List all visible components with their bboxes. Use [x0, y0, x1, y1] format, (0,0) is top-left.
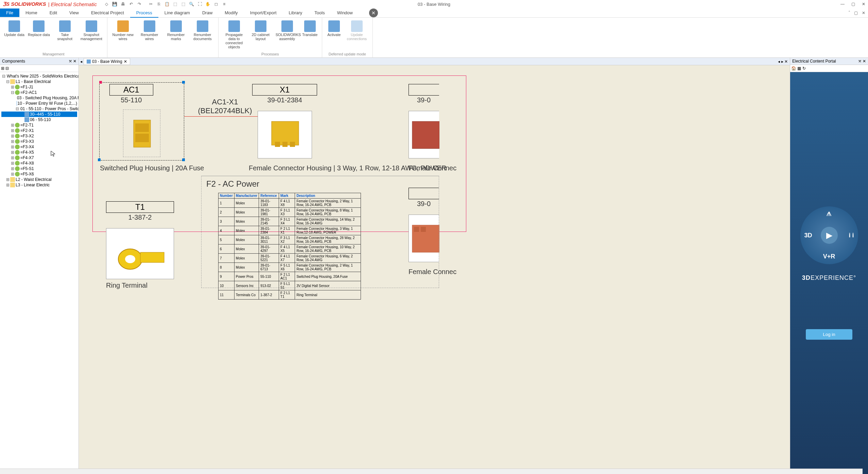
tree-node[interactable]: ⊞L3 - Linear Electric [1, 182, 77, 188]
tree-node[interactable]: ⊞=F2-T1 [1, 122, 77, 128]
parts-table[interactable]: NumberManufacturerReferenceMarkDescripti… [218, 193, 361, 300]
tree-collapse-icon[interactable]: ⊟ [5, 66, 9, 71]
tree-node[interactable]: ⊞=F2-X1 [1, 128, 77, 133]
ribbon-activate[interactable]: Activate [325, 19, 343, 42]
tree-expander-icon[interactable]: ⊞ [11, 150, 14, 155]
menu-process[interactable]: Process [130, 9, 158, 18]
ribbon-update-data[interactable]: Update data [3, 19, 26, 42]
menu-edit[interactable]: Edit [44, 9, 63, 17]
table-row[interactable]: 7Molex39-01-5221F 4 L1 X7Female Connecto… [219, 254, 361, 263]
file-menu[interactable]: File [0, 9, 19, 17]
table-row[interactable]: 3Molex39-01-2145F 3 L1 X4Female Connecto… [219, 217, 361, 226]
ribbon-take-snapshot[interactable]: Take snapshot [52, 19, 78, 42]
tree-expander-icon[interactable]: ⊟ [6, 79, 10, 84]
menu-view[interactable]: View [63, 9, 85, 17]
ribbon-renumber-marks[interactable]: Renumber marks [163, 19, 189, 42]
tab-close-icon[interactable]: ✕ [124, 59, 127, 64]
tree-node[interactable]: ⊞=F5-S1 [1, 166, 77, 171]
tree-expander-icon[interactable]: ⊞ [11, 161, 14, 166]
tree-expander-icon[interactable]: ⊞ [6, 183, 10, 187]
ribbon-renumber-wires[interactable]: Renumber wires [137, 19, 162, 42]
tree-expander-icon[interactable]: ⊞ [11, 166, 14, 171]
qat-new-icon[interactable]: ◇ [104, 1, 110, 7]
component-right[interactable]: 39-0 [409, 84, 439, 160]
tree-node[interactable]: ⊞=F4-X8 [1, 160, 77, 166]
table-header[interactable]: Manufacturer [234, 193, 259, 199]
table-header[interactable]: Number [219, 193, 235, 199]
menu-window[interactable]: Window [331, 9, 359, 17]
tree-node[interactable]: ⊞=F1-J1 [1, 84, 77, 90]
menu-draw[interactable]: Draw [196, 9, 219, 17]
ribbon-propagate-data-to-connected-objects[interactable]: Propagate data to connected objects [221, 19, 247, 50]
tab-nav-left-icon[interactable]: ◂ [79, 59, 84, 64]
compass-south[interactable]: V+R [823, 253, 835, 260]
qat-pan-icon[interactable]: ✋ [205, 1, 211, 7]
table-row[interactable]: 9Power Pros55-110F 2 L1 AC1Switched Plug… [219, 272, 361, 281]
document-tab[interactable]: 03 - Base Wiring ✕ [84, 58, 130, 65]
qat-zoomfit-icon[interactable]: ⛶ [197, 1, 203, 7]
portal-close-icon[interactable]: ✕ [863, 59, 866, 64]
portal-pin-icon[interactable]: ⤧ [858, 59, 862, 64]
tab-nav-icons[interactable]: ◂ ▸ ✕ [776, 59, 790, 64]
ribbon-close-icon[interactable]: ✕ [862, 11, 865, 15]
ribbon-renumber-documents[interactable]: Renumber documents [190, 19, 215, 42]
panel-pin-icon[interactable]: ⤧ [69, 59, 72, 64]
menu-import/export[interactable]: Import/Export [244, 9, 283, 17]
tree-expander-icon[interactable]: ⊟ [16, 106, 19, 111]
menu-library[interactable]: Library [283, 9, 309, 17]
table-row[interactable]: 1Molex39-01-1183F 4 L1 X8Female Connecto… [219, 199, 361, 208]
ribbon-2d-cabinet-layout[interactable]: 2D cabinet layout [248, 19, 274, 50]
tree-expander-icon[interactable]: ⊟ [2, 74, 5, 79]
tree-node[interactable]: ⊞=F4-X5 [1, 150, 77, 155]
table-row[interactable]: 5Molex39-01-3011F 3 L1 X2Female Connecto… [219, 235, 361, 244]
qat-undo-icon[interactable]: ↶ [128, 1, 134, 7]
component-x1[interactable]: X1 39-01-2384 [252, 84, 317, 160]
component-ac1[interactable]: AC1 55-110 [109, 84, 153, 104]
compass-play-button[interactable]: ▶ [821, 227, 838, 244]
close-button[interactable]: ✕ [862, 2, 865, 6]
menu-modify[interactable]: Modify [219, 9, 244, 17]
tree-expander-icon[interactable]: ⊞ [6, 177, 10, 182]
tree-node[interactable]: 10 - Power Entry W Fuse (1,2,...) [1, 101, 77, 106]
ribbon-collapse-icon[interactable]: ˆ [849, 11, 850, 15]
tree-expander-icon[interactable]: ⊞ [11, 155, 14, 160]
menu-home[interactable]: Home [19, 9, 44, 17]
qat-cut-icon[interactable]: ✂ [148, 1, 154, 7]
maximize-button[interactable]: ▢ [851, 2, 855, 6]
tree-node[interactable]: ⊟What's New 2025 - SolidWorks Electrical [1, 73, 77, 79]
selection-handle[interactable] [99, 81, 102, 84]
portal-grid-icon[interactable]: ▦ [797, 66, 801, 71]
table-row[interactable]: 4Molex39-01-2384F 2 L1 X1Female Connecto… [219, 226, 361, 235]
menu-tools[interactable]: Tools [308, 9, 331, 17]
tree-node[interactable]: 03 - Switched Plug Housing, 20A Fuse [1, 95, 77, 101]
menu-electrical-project[interactable]: Electrical Project [85, 9, 130, 17]
qat-print-icon[interactable]: 🖶 [120, 1, 126, 7]
table-header[interactable]: Mark [279, 193, 295, 199]
component-t1[interactable]: T1 1-387-2 [106, 201, 174, 281]
component-tree[interactable]: ⊟What's New 2025 - SolidWorks Electrical… [0, 72, 79, 474]
table-row[interactable]: 2Molex39-01-1981F 3 L1 X3Female Connecto… [219, 208, 361, 217]
tree-node[interactable]: ⊞=F3-X4 [1, 144, 77, 150]
ribbon-help-icon[interactable]: ▢ [854, 11, 858, 15]
tree-node[interactable]: ⊞L2 - Waist Electrical [1, 177, 77, 182]
selection-handle[interactable] [182, 158, 185, 161]
qat-redo-icon[interactable]: ↷ [136, 1, 142, 7]
schematic-canvas[interactable]: AC1 55-110 Switched Plug Housing | 20A F… [79, 65, 790, 474]
ribbon-translate[interactable]: Translate [301, 19, 319, 50]
compass-east[interactable]: i i [849, 232, 854, 239]
tree-expander-icon[interactable]: ⊟ [11, 90, 14, 95]
qat-zoom-icon[interactable]: 🔍 [189, 1, 195, 7]
selection-handle[interactable] [98, 158, 101, 161]
ribbon-solidworks-assembly[interactable]: SOLIDWORKS assembly [274, 19, 300, 50]
tree-expander-icon[interactable]: ⊞ [11, 145, 14, 149]
qat-copy-icon[interactable]: ⎘ [156, 1, 162, 7]
qat-save-icon[interactable]: 💾 [112, 1, 118, 7]
tree-expander-icon[interactable]: ⊞ [11, 134, 14, 138]
tree-node[interactable]: ⊞=F3-X3 [1, 139, 77, 144]
table-row[interactable]: 11Terminals Co1-387-2F 2 L1 T1Ring Termi… [219, 290, 361, 300]
panel-close-icon[interactable]: ✕ [73, 59, 76, 64]
tree-expander-icon[interactable]: ⊞ [11, 172, 14, 176]
tree-node[interactable]: 30--445 - 55-110 [1, 112, 77, 117]
table-row[interactable]: 6Molex39-01-4297F 4 L1 X5Female Connecto… [219, 244, 361, 254]
tree-node[interactable]: ⊟=F2-AC1 [1, 90, 77, 95]
